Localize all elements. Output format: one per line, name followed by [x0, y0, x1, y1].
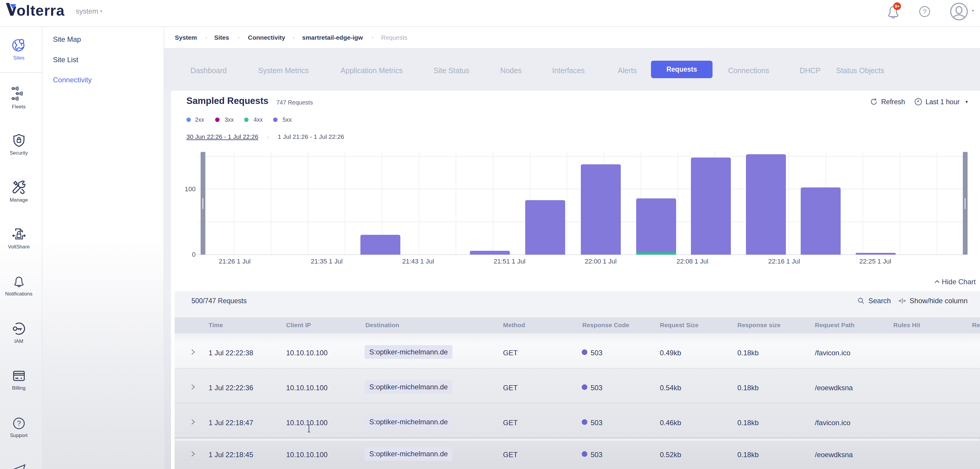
- svg-text:22:08 1 Jul: 22:08 1 Jul: [676, 258, 708, 265]
- svg-text:9+: 9+: [895, 4, 899, 9]
- svg-text:?: ?: [923, 8, 926, 15]
- svg-text:21:51 1 Jul: 21:51 1 Jul: [493, 258, 525, 265]
- svg-text:22:16 1 Jul: 22:16 1 Jul: [768, 258, 800, 265]
- svg-text:22:25 1 Jul: 22:25 1 Jul: [859, 258, 891, 265]
- svg-text:21:43 1 Jul: 21:43 1 Jul: [402, 258, 434, 265]
- svg-text:?: ?: [17, 419, 21, 427]
- svg-text:olterra: olterra: [17, 2, 65, 18]
- svg-text:21:26 1 Jul: 21:26 1 Jul: [219, 258, 251, 265]
- svg-text:22:00 1 Jul: 22:00 1 Jul: [585, 258, 617, 265]
- svg-text:21:35 1 Jul: 21:35 1 Jul: [311, 258, 343, 265]
- svg-text:0: 0: [192, 251, 196, 258]
- svg-text:100: 100: [185, 185, 196, 193]
